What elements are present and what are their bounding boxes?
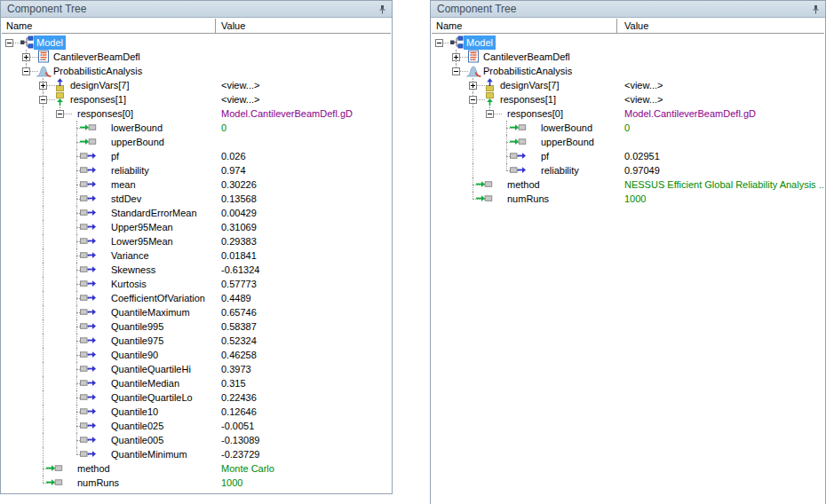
tree-item-label[interactable]: upperBound (541, 135, 594, 149)
tree-row[interactable]: designVars[7]<view...> (2, 78, 391, 92)
panel-titlebar[interactable]: Component Tree (1, 1, 392, 18)
tree-item-value[interactable]: 0.3973 (221, 362, 251, 376)
tree-item-value[interactable]: 0.01841 (221, 248, 257, 263)
tree-row[interactable]: Skewness-0.61324 (2, 263, 391, 277)
expand-toggle[interactable] (452, 67, 460, 75)
tree-row[interactable]: QuantileQuartileLo0.22436 (2, 390, 391, 405)
expand-toggle[interactable] (469, 82, 477, 90)
expand-toggle[interactable] (39, 82, 47, 90)
tree-item-label[interactable]: CoefficientOfVariation (111, 291, 205, 305)
tree-item-label[interactable]: Quantile005 (111, 433, 163, 447)
tree-item-value[interactable]: NESSUS Efficient Global Reliability Anal… (624, 177, 824, 192)
tree-row[interactable]: reliability0.974 (2, 163, 391, 177)
tree-item-label[interactable]: Upper95Mean (111, 220, 173, 234)
tree-item-value[interactable]: 0.52324 (221, 334, 257, 348)
tree-row[interactable]: pf0.026 (2, 149, 391, 163)
tree-item-label[interactable]: designVars[7] (500, 78, 559, 92)
tree-item-value[interactable]: 0.46258 (221, 348, 257, 362)
tree-item-label[interactable]: upperBound (111, 135, 164, 149)
pin-icon[interactable] (377, 4, 388, 15)
tree-item-value[interactable]: <view...> (624, 92, 663, 106)
panel-titlebar[interactable]: Component Tree (431, 1, 825, 18)
tree-item-value[interactable]: Model.CantileverBeamDefl.gD (221, 106, 353, 121)
tree-row[interactable]: methodMonte Carlo (2, 461, 391, 476)
expand-toggle[interactable] (22, 67, 30, 75)
tree-item-label[interactable]: Model (34, 35, 66, 50)
expand-toggle[interactable] (435, 39, 443, 47)
tree-item-value[interactable]: 1000 (624, 192, 646, 206)
tree-item-value[interactable]: 0 (221, 121, 226, 135)
tree-item-label[interactable]: lowerBound (541, 121, 592, 135)
tree-row[interactable]: Upper95Mean0.31069 (2, 220, 391, 234)
pin-icon[interactable] (810, 4, 822, 15)
tree-row[interactable]: Quantile005-0.13089 (2, 433, 391, 447)
tree-item-label[interactable]: Lower95Mean (111, 234, 173, 248)
tree-row[interactable]: numRuns1000 (2, 476, 391, 490)
tree-row[interactable]: Quantile100.12646 (2, 405, 391, 419)
tree-item-label[interactable]: responses[1] (500, 92, 556, 106)
tree-row[interactable]: pf0.02951 (432, 149, 824, 163)
tree-item-value[interactable]: -0.23729 (221, 447, 259, 461)
tree-item-value[interactable]: 0 (624, 121, 630, 135)
tree-item-label[interactable]: QuantileMaximum (111, 305, 190, 319)
tree-row[interactable]: responses[1]<view...> (2, 92, 391, 106)
tree-row[interactable]: QuantileMaximum0.65746 (2, 305, 391, 319)
tree-row[interactable]: CoefficientOfVariation0.4489 (2, 291, 391, 305)
tree-item-label[interactable]: numRuns (77, 476, 119, 490)
tree-item-label[interactable]: method (77, 461, 110, 476)
tree-item-label[interactable]: pf (541, 149, 549, 163)
tree-row[interactable]: CantileverBeamDefl (2, 50, 391, 64)
tree-item-value[interactable]: 0.97049 (624, 163, 660, 177)
tree-item-label[interactable]: reliability (111, 163, 149, 177)
tree-row[interactable]: ProbabilisticAnalysis (432, 64, 824, 78)
tree-item-label[interactable]: responses[0] (77, 106, 133, 121)
tree-item-value[interactable]: 0.65746 (221, 305, 257, 319)
tree-row[interactable]: Quantile900.46258 (2, 348, 391, 362)
tree-item-label[interactable]: CantileverBeamDefl (483, 50, 570, 64)
tree-row[interactable]: Model (432, 35, 824, 50)
column-header-value[interactable]: Value (221, 20, 245, 33)
tree-item-label[interactable]: reliability (541, 163, 579, 177)
tree-item-value[interactable]: 0.31069 (221, 220, 257, 234)
tree-row[interactable]: QuantileMinimum-0.23729 (2, 447, 391, 461)
tree-item-label[interactable]: mean (111, 177, 136, 192)
tree-row[interactable]: Kurtosis0.57773 (2, 277, 391, 291)
tree-item-label[interactable]: StandardErrorMean (111, 206, 197, 220)
tree-item-value[interactable]: 0.30226 (221, 177, 257, 192)
tree-row[interactable]: Model (2, 35, 391, 50)
expand-toggle[interactable] (22, 53, 30, 61)
tree-item-label[interactable]: responses[1] (70, 92, 126, 106)
tree-item-label[interactable]: QuantileQuartileLo (111, 390, 193, 405)
tree-row[interactable]: Variance0.01841 (2, 248, 391, 263)
tree-item-value[interactable]: 0.13568 (221, 192, 257, 206)
tree-item-value[interactable]: <view...> (221, 92, 259, 106)
tree-item-label[interactable]: Variance (111, 248, 149, 263)
tree-item-value[interactable]: 0.58387 (221, 319, 257, 334)
tree-row[interactable]: lowerBound0 (432, 121, 824, 135)
tree-row[interactable]: Quantile025-0.0051 (2, 419, 391, 433)
tree-item-value[interactable]: 0.315 (221, 376, 246, 390)
tree-item-value[interactable]: 0.29383 (221, 234, 257, 248)
column-divider[interactable] (215, 19, 217, 33)
tree-row[interactable]: stdDev0.13568 (2, 192, 391, 206)
tree-item-value[interactable]: 0.00429 (221, 206, 257, 220)
expand-toggle[interactable] (452, 53, 460, 61)
tree-row[interactable]: lowerBound0 (2, 121, 391, 135)
tree-item-label[interactable]: Skewness (111, 263, 155, 277)
tree-item-value[interactable]: -0.13089 (221, 433, 259, 447)
tree-item-label[interactable]: ProbabilisticAnalysis (483, 64, 572, 78)
tree-item-label[interactable]: Quantile90 (111, 348, 158, 362)
tree-item-label[interactable]: Quantile025 (111, 419, 163, 433)
tree-item-label[interactable]: responses[0] (507, 106, 563, 121)
tree-row[interactable]: responses[0]Model.CantileverBeamDefl.gD (2, 106, 391, 121)
tree-item-label[interactable]: Quantile995 (111, 319, 163, 334)
tree-item-value[interactable]: -0.61324 (221, 263, 259, 277)
tree-item-label[interactable]: Quantile975 (111, 334, 163, 348)
tree-row[interactable]: methodNESSUS Efficient Global Reliabilit… (432, 177, 824, 192)
tree-row[interactable]: Quantile9750.52324 (2, 334, 391, 348)
tree-row[interactable]: responses[0]Model.CantileverBeamDefl.gD (432, 106, 824, 121)
tree-item-value[interactable]: 0.974 (221, 163, 246, 177)
tree-row[interactable]: numRuns1000 (432, 192, 824, 206)
tree-item-label[interactable]: Kurtosis (111, 277, 147, 291)
tree-item-value[interactable]: 0.026 (221, 149, 246, 163)
